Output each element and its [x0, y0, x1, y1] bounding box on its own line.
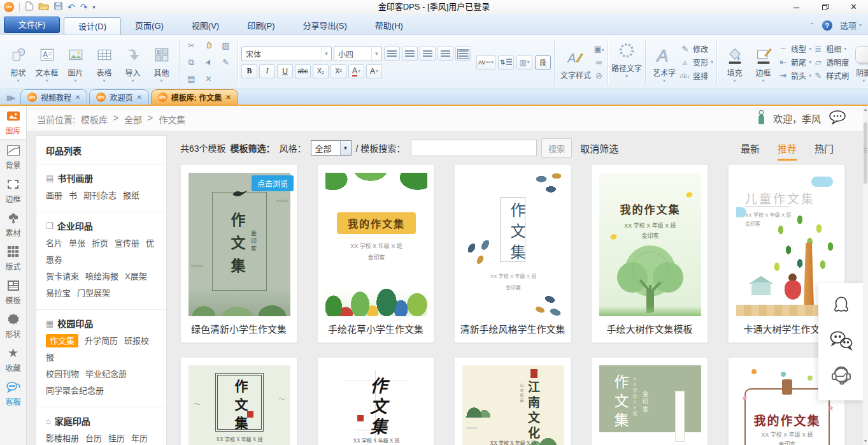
- italic-button[interactable]: I: [259, 64, 275, 78]
- help-icon[interactable]: ?: [822, 20, 832, 31]
- restore-button[interactable]: [811, 0, 839, 14]
- delete-icon[interactable]: ×: [206, 73, 211, 85]
- bold-button[interactable]: B: [241, 64, 257, 78]
- panel-link[interactable]: 宣传册: [115, 238, 139, 248]
- superscript-button[interactable]: X²: [331, 64, 346, 78]
- align-left-button[interactable]: [384, 47, 400, 61]
- options-button[interactable]: 选项▾: [840, 19, 862, 31]
- doc-tab-template-library[interactable]: DPS 模板库: 作文集 ✕: [151, 89, 238, 105]
- strikethrough-button[interactable]: abc: [295, 64, 311, 78]
- sidebar-item-layout[interactable]: 版式: [0, 241, 26, 275]
- font-size-select[interactable]: 小四▼: [334, 47, 382, 61]
- file-menu-button[interactable]: 文件(F): [4, 17, 60, 33]
- other-insert-button[interactable]: 5 其他▾: [147, 41, 176, 84]
- breadcrumb-root[interactable]: 模板库: [81, 113, 108, 126]
- template-card[interactable]: 〜 〜 作文集 XX 学校 X 年级 X 班: [180, 357, 297, 445]
- panel-link-active[interactable]: 作文集: [46, 334, 78, 347]
- link-icon[interactable]: ∞: [594, 57, 604, 67]
- minimize-button[interactable]: ─: [782, 0, 811, 14]
- open-folder-icon[interactable]: [38, 2, 49, 12]
- collapse-ribbon-icon[interactable]: ⌃: [809, 22, 815, 29]
- sort-recommended[interactable]: 推荐: [778, 142, 797, 161]
- paragraph-button[interactable]: 段: [535, 55, 551, 69]
- sidebar-item-support[interactable]: 客服: [0, 376, 26, 410]
- sidebar-item-shape[interactable]: 形状: [0, 309, 26, 342]
- word-art-button[interactable]: A 艺术字▾: [649, 41, 679, 84]
- panel-toggle-icon[interactable]: ▮▶: [1, 91, 20, 105]
- sidebar-item-gallery[interactable]: 图库: [0, 106, 26, 140]
- panel-link[interactable]: 书: [69, 191, 77, 200]
- select-cursor-icon[interactable]: ➤: [203, 57, 214, 68]
- panel-link[interactable]: 名片: [46, 238, 62, 248]
- close-tab-icon[interactable]: ✕: [75, 94, 80, 101]
- sidebar-item-background[interactable]: 背景: [0, 140, 26, 173]
- font-family-select[interactable]: 宋体▼: [241, 47, 332, 61]
- sort-newest[interactable]: 最新: [741, 142, 760, 161]
- vertical-text-button[interactable]: Ab↓竖排: [679, 70, 713, 81]
- wechat-icon[interactable]: [829, 330, 854, 353]
- scroll-up-icon[interactable]: ▲: [863, 106, 868, 113]
- text-style-button[interactable]: A 文字样式: [558, 44, 594, 80]
- sort-hot[interactable]: 热门: [815, 142, 834, 161]
- border-button[interactable]: 边框▾: [749, 41, 778, 84]
- import-button[interactable]: 导入▾: [118, 41, 147, 84]
- template-search-input[interactable]: [411, 140, 537, 156]
- qq-icon[interactable]: [830, 295, 853, 319]
- image-edit-icon[interactable]: ▨: [222, 41, 229, 50]
- template-card[interactable]: 作文集 XX 学校 X 年级 X 班 金印客 清新手绘风格学生作文集: [454, 164, 571, 343]
- headset-support-icon[interactable]: [829, 363, 853, 389]
- font-color-button[interactable]: A▾: [348, 64, 364, 78]
- search-button[interactable]: 搜索: [541, 138, 572, 157]
- template-card[interactable]: 点击浏览 〰〰 〰〰 作文集 金印客 绿色清新小学生作文集: [180, 164, 297, 343]
- align-justify-button[interactable]: [438, 47, 453, 61]
- align-distribute-button[interactable]: [455, 47, 471, 61]
- cancel-filter-link[interactable]: 取消筛选: [580, 142, 618, 155]
- panel-link[interactable]: 报纸: [123, 191, 139, 200]
- table-button[interactable]: 表格▾: [90, 41, 118, 84]
- style-select[interactable]: 全部 ▼: [311, 140, 352, 156]
- breadcrumb-mid[interactable]: 全部: [124, 113, 142, 126]
- close-tab-icon[interactable]: ✕: [225, 94, 231, 101]
- panel-link[interactable]: 贺卡请柬: [46, 272, 79, 281]
- textbox-button[interactable]: A 文本框▾: [32, 41, 61, 84]
- template-card[interactable]: 我的作文集 XX 学校 X 年级 X 班 金印客 手绘大树作文集模板: [591, 164, 708, 343]
- subscript-button[interactable]: X₂: [313, 64, 329, 78]
- panel-link[interactable]: 单张: [69, 238, 85, 248]
- columns-button[interactable]: ▥▾: [516, 55, 532, 69]
- word-art-transform-button[interactable]: ▵变形▾: [679, 57, 713, 68]
- sidebar-item-template[interactable]: 模板: [0, 275, 26, 309]
- underline-button[interactable]: U: [277, 64, 293, 78]
- arrow-tail-button[interactable]: ⇤箭尾▾: [778, 57, 811, 68]
- panel-link[interactable]: 挂历: [108, 434, 125, 443]
- menu-tab-print[interactable]: 印刷(P): [233, 17, 288, 34]
- shadow-button[interactable]: 阴影▾: [850, 41, 868, 84]
- close-button[interactable]: ×: [839, 0, 868, 14]
- panel-link[interactable]: 门型展架: [77, 288, 110, 298]
- sidebar-item-material[interactable]: 素材: [0, 207, 26, 241]
- line-weight-button[interactable]: ≣粗细▾: [813, 43, 849, 54]
- pan-tool-icon[interactable]: [204, 40, 213, 51]
- panel-link[interactable]: 喷绘海报: [85, 272, 118, 281]
- panel-link[interactable]: 影楼相册: [46, 434, 79, 443]
- char-border-button[interactable]: A▾: [366, 64, 382, 78]
- panel-link[interactable]: 折页: [92, 238, 108, 248]
- vertical-scrollbar[interactable]: ▲ ▼: [863, 106, 868, 445]
- paste-icon[interactable]: ▤: [187, 74, 195, 84]
- line-type-button[interactable]: ┄线型▾: [778, 43, 811, 54]
- panel-link[interactable]: 升学简历: [85, 336, 118, 346]
- sidebar-item-border[interactable]: 边框: [0, 173, 26, 207]
- panel-link[interactable]: 画册: [46, 191, 62, 200]
- new-document-icon[interactable]: [25, 1, 33, 13]
- frame-picture-icon[interactable]: ▣▾: [594, 44, 604, 54]
- message-bubble-icon[interactable]: [829, 110, 846, 127]
- menu-tab-design[interactable]: 设计(D): [64, 17, 121, 34]
- unlink-icon[interactable]: ⊘: [594, 71, 604, 80]
- draw-pen-icon[interactable]: ✎: [222, 57, 229, 67]
- panel-link[interactable]: 同学聚会纪念册: [46, 386, 104, 395]
- template-card[interactable]: 江南文化 山水如画 〰〰 〰〰 XX 学校 X 年级 X 班: [454, 357, 571, 445]
- menu-tab-help[interactable]: 帮助(H): [361, 17, 417, 34]
- scrollbar-thumb[interactable]: [864, 122, 867, 184]
- cut-icon[interactable]: ✂: [188, 41, 195, 50]
- image-button[interactable]: 图片▾: [61, 41, 90, 84]
- line-spacing-button[interactable]: ⇅: [498, 55, 514, 69]
